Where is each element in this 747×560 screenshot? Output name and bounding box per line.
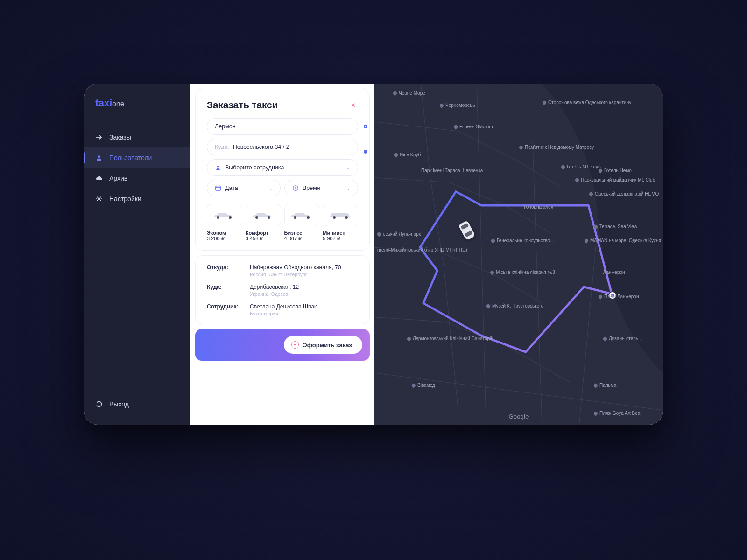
sidebar: taxione Заказы Пользователи Архив [84,84,190,425]
minivan-icon [327,210,353,221]
detail-to-label: Куда: [207,284,242,297]
calendar-icon [215,185,221,191]
destination-input[interactable]: Куда: Новосельского 34 / 2 [207,139,358,155]
close-button[interactable]: ✕ [348,100,358,110]
origin-input[interactable]: Лермон| [207,118,358,135]
car-label: Эконом3 200 ₽ [207,230,242,242]
logout-label: Выход [109,400,129,408]
sidebar-item-users[interactable]: Пользователи [84,147,190,168]
order-details-card: Откуда: Набережная Обводного канала, 70 … [195,255,370,324]
svg-point-16 [307,216,310,219]
svg-point-14 [268,216,270,219]
sedan-icon [211,210,238,221]
detail-emp-value: Светлана Денисова Шпак Бухгалтерия [250,303,358,316]
destination-dot-icon [364,150,367,154]
origin-dot-icon [364,125,367,128]
svg-point-18 [345,216,348,219]
car-tile-comfort[interactable] [246,204,281,226]
svg-point-17 [333,216,336,219]
employee-placeholder: Выберите сотрудника [225,164,284,171]
sidebar-item-label: Настройки [109,195,141,203]
power-icon [95,400,103,408]
detail-from-label: Откуда: [207,264,242,277]
map-view[interactable]: Чорне Море Чорноморець Сторожова вежа Од… [374,84,663,425]
svg-rect-6 [216,186,221,191]
map-attribution: Google [508,413,529,420]
chevron-down-icon: ⌄ [346,186,350,191]
clock-icon [292,185,299,191]
route-connector [364,125,367,154]
arrow-right-icon [95,133,103,141]
chevron-down-icon: ⌄ [346,165,350,170]
destination-prefix: Куда: [215,144,229,150]
plus-circle-icon: + [291,341,299,349]
page-title: Заказать такси [207,99,278,111]
car-tile-minivan[interactable] [323,204,358,226]
logout-button[interactable]: Выход [84,394,190,414]
submit-label: Оформить заказ [303,342,352,349]
logo-prefix: taxi [95,97,112,109]
svg-point-2 [98,198,100,200]
gear-icon [95,195,103,203]
map-roads [374,84,663,425]
date-select[interactable]: Дата ⌄ [207,180,281,196]
form-panel: Заказать такси ✕ Лермон| Куда: Новосельс… [190,84,374,425]
nav: Заказы Пользователи Архив Настройки [84,127,190,394]
order-form-card: Заказать такси ✕ Лермон| Куда: Новосельс… [195,89,370,251]
user-icon [95,154,103,161]
origin-value: Лермон [215,123,236,130]
date-label: Дата [225,185,238,191]
submit-order-button[interactable]: + Оформить заказ [284,336,362,354]
svg-point-11 [217,216,219,219]
car-tile-business[interactable] [284,204,320,226]
detail-to-value: Дерибасовская, 12 Украина, Одесса [250,284,358,297]
car-tile-economy[interactable] [207,204,242,226]
app-window: taxione Заказы Пользователи Архив [84,84,663,425]
car-label: Комфорт3 458 ₽ [246,230,281,242]
sidebar-item-label: Архив [109,175,127,182]
svg-point-13 [255,216,258,219]
chevron-down-icon: ⌄ [269,186,273,191]
svg-point-12 [229,216,232,219]
sedan-icon [289,210,315,221]
time-label: Время [303,185,320,191]
sedan-icon [250,210,276,221]
sidebar-item-label: Заказы [109,133,131,141]
time-select[interactable]: Время ⌄ [284,180,358,196]
car-label: Минивен5 907 ₽ [323,230,358,242]
text-cursor: | [240,123,241,130]
close-icon: ✕ [351,102,356,109]
cloud-icon [95,175,103,182]
car-label: Бизнес4 067 ₽ [284,230,320,242]
destination-value: Новосельского 34 / 2 [233,144,289,150]
user-icon [215,164,221,171]
svg-point-5 [217,166,219,168]
car-class-list [207,204,358,226]
logo: taxione [84,97,190,109]
sidebar-item-orders[interactable]: Заказы [84,127,190,147]
sidebar-item-archive[interactable]: Архив [84,168,190,189]
detail-from-value: Набережная Обводного канала, 70 Россия, … [250,264,358,277]
cta-bar: + Оформить заказ [195,329,370,361]
svg-point-1 [98,155,100,158]
sidebar-item-settings[interactable]: Настройки [84,189,190,209]
logo-suffix: one [112,100,125,108]
svg-point-15 [294,216,296,219]
detail-emp-label: Сотрудник: [207,303,242,316]
employee-select[interactable]: Выберите сотрудника ⌄ [207,159,358,176]
sidebar-item-label: Пользователи [109,154,152,161]
